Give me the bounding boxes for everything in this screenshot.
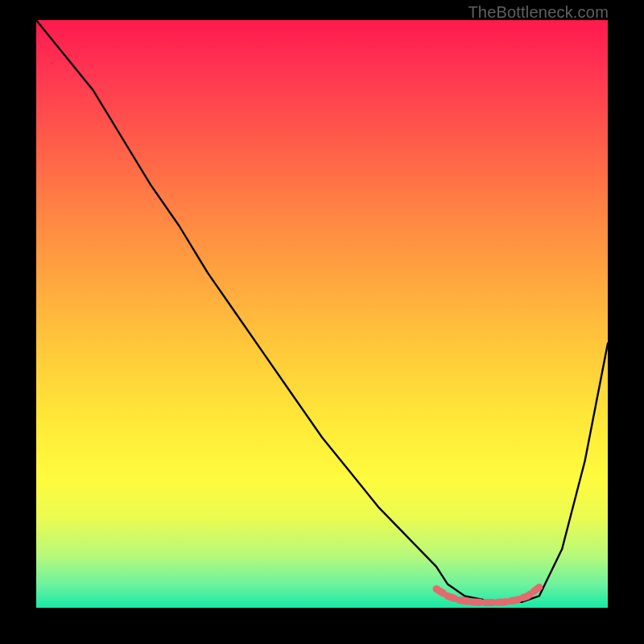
- chart-svg: [36, 20, 608, 608]
- watermark-text: TheBottleneck.com: [468, 3, 609, 22]
- plot-area: [36, 20, 608, 608]
- bottleneck-curve-path: [36, 20, 608, 602]
- optimal-band-path: [436, 588, 539, 603]
- chart-frame: TheBottleneck.com: [0, 0, 644, 644]
